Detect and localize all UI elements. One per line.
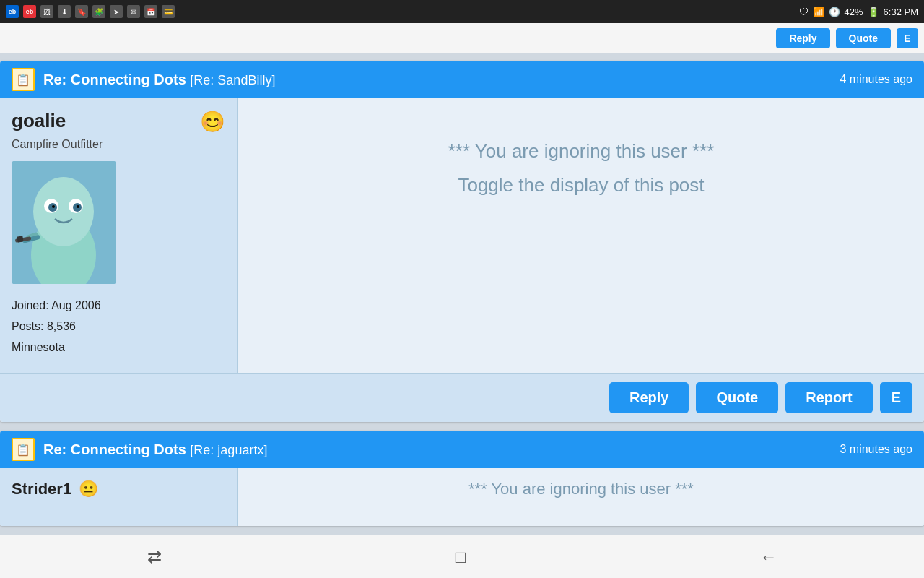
user-role-1: Campfire Outfitter (12, 138, 225, 151)
download-icon[interactable]: ⬇ (58, 5, 71, 18)
nav-bar: ⇄ □ ← (0, 535, 924, 578)
top-quote-button[interactable]: Quote (836, 28, 891, 48)
post-card-2: 📋 Re: Connecting Dots [Re: jaguartx] 3 m… (0, 431, 924, 526)
ignore-line1-2: *** You are ignoring this user *** (260, 480, 902, 499)
top-buttons-bar: Reply Quote E (0, 23, 924, 53)
post-header-left-1: 📋 Re: Connecting Dots [Re: SandBilly] (12, 68, 275, 91)
user-col-2: Strider1 😐 (0, 468, 238, 526)
ignore-line1-1: *** You are ignoring this user *** (448, 134, 715, 168)
nav-square-icon[interactable]: □ (456, 547, 466, 567)
user-emoji-1: 😊 (200, 110, 225, 134)
post-card-1: 📋 Re: Connecting Dots [Re: SandBilly] 4 … (0, 61, 924, 422)
post-time-1: 4 minutes ago (840, 73, 912, 86)
post-title-2: Re: Connecting Dots [Re: jaguartx] (43, 441, 267, 458)
message-icon[interactable]: ✉ (127, 5, 140, 18)
system-bar: eb eb 🖼 ⬇ 🔖 🧩 ➤ ✉ 📅 💳 🛡 📶 🕐 42% 🔋 6:32 P… (0, 0, 924, 23)
calendar-icon[interactable]: 📅 (144, 5, 157, 18)
post-reply-to-text-1: [Re: SandBilly] (190, 73, 275, 87)
puzzle-icon[interactable]: 🧩 (92, 5, 105, 18)
shield-icon: 🛡 (799, 7, 808, 17)
post-body-1: goalie 😊 Campfire Outfitter (0, 98, 924, 373)
bookmark-icon[interactable]: 🔖 (75, 5, 88, 18)
nav-forward-back-icon[interactable]: ⇄ (147, 547, 162, 567)
post-body-2: Strider1 😐 *** You are ignoring this use… (0, 468, 924, 526)
user-emoji-2: 😐 (79, 480, 98, 499)
svg-point-8 (77, 205, 79, 208)
ebay-icon-1[interactable]: eb (6, 5, 19, 18)
post-reply-to-text-2: [Re: jaguartx] (190, 443, 267, 457)
clock-icon: 🕐 (829, 7, 840, 17)
top-reply-button[interactable]: Reply (776, 28, 829, 48)
ebay-icon-2[interactable]: eb (23, 5, 36, 18)
svg-point-2 (33, 177, 94, 246)
nav-back-icon[interactable]: ← (759, 547, 777, 567)
post-header-left-2: 📋 Re: Connecting Dots [Re: jaguartx] (12, 438, 267, 461)
ignore-notice-2: *** You are ignoring this user *** (260, 480, 902, 499)
content-col-2[interactable]: *** You are ignoring this user *** (238, 468, 924, 526)
ignore-notice-1[interactable]: *** You are ignoring this user *** Toggl… (448, 134, 715, 202)
battery-text: 42% (845, 7, 863, 17)
system-bar-left: eb eb 🖼 ⬇ 🔖 🧩 ➤ ✉ 📅 💳 (6, 5, 175, 18)
svg-rect-12 (17, 236, 23, 242)
battery-icon: 🔋 (868, 7, 879, 17)
svg-point-7 (52, 205, 55, 208)
arrow-icon[interactable]: ➤ (110, 5, 123, 18)
quote-button-1[interactable]: Quote (696, 382, 778, 413)
post-header-2: 📋 Re: Connecting Dots [Re: jaguartx] 3 m… (0, 431, 924, 468)
post-time-2: 3 minutes ago (840, 443, 912, 456)
system-bar-right: 🛡 📶 🕐 42% 🔋 6:32 PM (799, 7, 918, 17)
avatar-svg-1 (12, 161, 116, 284)
user-joined-1: Joined: Aug 2006 (12, 296, 225, 316)
card-icon[interactable]: 💳 (162, 5, 175, 18)
post-footer-1: Reply Quote Report E (0, 373, 924, 422)
user-header-1: goalie 😊 (12, 110, 225, 134)
user-col-1: goalie 😊 Campfire Outfitter (0, 98, 238, 373)
main-content: 📋 Re: Connecting Dots [Re: SandBilly] 4 … (0, 53, 924, 535)
ignore-line2-1[interactable]: Toggle the display of this post (448, 168, 715, 202)
username-2: Strider1 😐 (12, 480, 225, 499)
post-icon-2: 📋 (12, 438, 35, 461)
image-icon[interactable]: 🖼 (40, 5, 53, 18)
content-col-1[interactable]: *** You are ignoring this user *** Toggl… (238, 98, 924, 373)
wifi-icon: 📶 (813, 7, 824, 17)
top-extra-button[interactable]: E (897, 28, 918, 48)
post-header-1: 📋 Re: Connecting Dots [Re: SandBilly] 4 … (0, 61, 924, 98)
reply-button-1[interactable]: Reply (609, 382, 689, 413)
user-meta-1: Joined: Aug 2006 Posts: 8,536 Minnesota (12, 296, 225, 358)
post-icon-1: 📋 (12, 68, 35, 91)
post-title-main-2: Re: Connecting Dots (43, 441, 186, 457)
time-display: 6:32 PM (884, 7, 918, 17)
extra-button-1[interactable]: E (880, 382, 912, 413)
user-posts-1: Posts: 8,536 (12, 316, 225, 337)
post-title-1: Re: Connecting Dots [Re: SandBilly] (43, 72, 275, 88)
username-1: goalie (12, 110, 66, 132)
user-location-1: Minnesota (12, 337, 225, 358)
username-text-2: Strider1 (12, 480, 71, 499)
user-avatar-1 (12, 161, 116, 284)
report-button-1[interactable]: Report (785, 382, 872, 413)
post-title-main-1: Re: Connecting Dots (43, 72, 186, 87)
